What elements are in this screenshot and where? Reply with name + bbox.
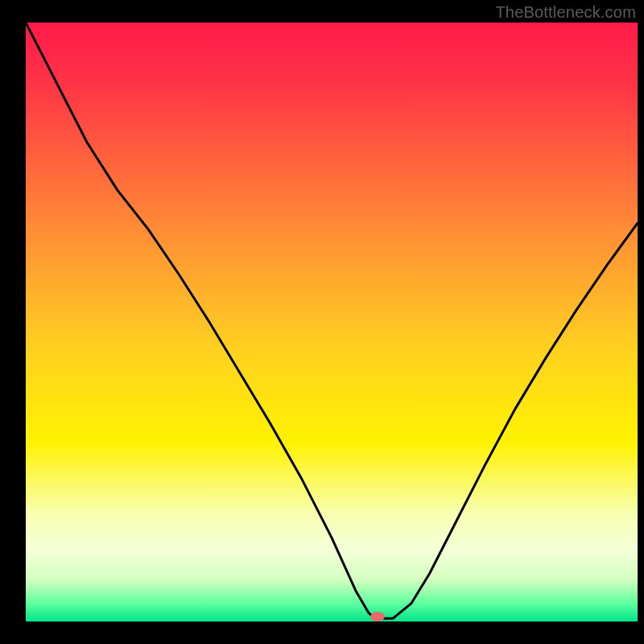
optimum-marker [370, 612, 385, 621]
plot-background [26, 23, 638, 621]
watermark-text: TheBottleneck.com [495, 3, 636, 22]
chart-container: TheBottleneck.com [0, 0, 644, 644]
bottleneck-chart [0, 0, 644, 644]
